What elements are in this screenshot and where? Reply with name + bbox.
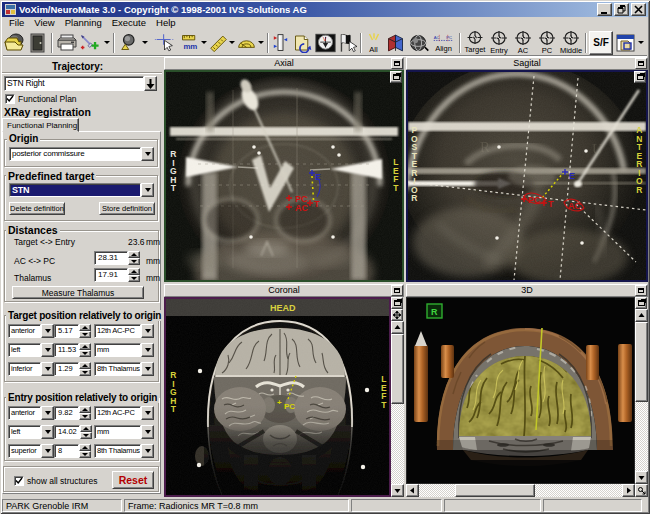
- 3d-scroll-right[interactable]: [622, 484, 635, 497]
- trajectory-combobox[interactable]: STN Right: [4, 76, 157, 91]
- slice-level-button[interactable]: [271, 31, 290, 55]
- axial-restore-button[interactable]: [390, 71, 402, 83]
- spin-up[interactable]: [79, 406, 91, 413]
- entry-row-direction-combobox[interactable]: left: [8, 425, 54, 439]
- target-row-direction-combobox[interactable]: left: [8, 343, 54, 357]
- spin-down[interactable]: [79, 350, 91, 357]
- zoom-dropdown-arrow[interactable]: [142, 41, 148, 44]
- entry-row-unit-combobox[interactable]: 8th Thalamus: [94, 444, 154, 458]
- entry-row-value-spinner[interactable]: 9.82: [54, 406, 91, 420]
- sagittal-maximize-button[interactable]: [635, 58, 647, 69]
- predefined-target-combobox[interactable]: STN: [9, 183, 154, 197]
- entry-row-unit-drop-button[interactable]: [141, 444, 154, 458]
- tab-functional-planning[interactable]: Functional Planning: [2, 118, 79, 132]
- entry-row-drop-button[interactable]: [41, 444, 54, 458]
- target-row-unit-combobox[interactable]: mm: [94, 343, 154, 357]
- entry-row-unit-drop-button[interactable]: [141, 425, 154, 439]
- trajectory-pen-button[interactable]: [79, 31, 111, 55]
- acpc-spinner[interactable]: 28.31: [94, 251, 140, 265]
- target-row-drop-button[interactable]: [41, 324, 54, 338]
- 3d-horizontal-thumb[interactable]: [455, 484, 535, 497]
- entry-row-direction-combobox[interactable]: anterior: [8, 406, 54, 420]
- delete-definition-button[interactable]: Delete definition: [9, 202, 65, 215]
- goto-ac-button[interactable]: AC: [511, 31, 535, 55]
- coronal-scroll-up[interactable]: [391, 321, 404, 334]
- spin-up[interactable]: [79, 324, 91, 331]
- thalamus-spinner[interactable]: 17.91: [94, 268, 140, 282]
- target-row-drop-button[interactable]: [41, 343, 54, 357]
- goto-entry-button[interactable]: Entry: [487, 31, 511, 55]
- minimize-button[interactable]: [597, 3, 612, 16]
- ruler-button[interactable]: [208, 31, 235, 55]
- 3d-restore-button[interactable]: [635, 297, 647, 309]
- origin-drop-button[interactable]: [141, 147, 154, 161]
- 3d-corner-button[interactable]: [635, 484, 648, 497]
- pointer-crosshair-button[interactable]: [151, 31, 178, 55]
- menu-help[interactable]: Help: [151, 17, 181, 29]
- target-row-value-spinner[interactable]: 11.53: [54, 343, 91, 357]
- spin-down[interactable]: [79, 369, 91, 376]
- protractor-button[interactable]: [235, 31, 265, 55]
- spin-down[interactable]: [80, 432, 92, 439]
- coronal-pan-button[interactable]: [391, 309, 403, 321]
- 3d-scroll-down[interactable]: [635, 471, 648, 484]
- goto-pc-button[interactable]: PC: [535, 31, 559, 55]
- goto-middle-button[interactable]: Middle: [559, 31, 583, 55]
- spin-down[interactable]: [79, 413, 91, 420]
- orientation-compass-button[interactable]: V: [314, 31, 337, 55]
- exit-door-button[interactable]: [27, 31, 49, 55]
- spin-up[interactable]: [79, 444, 91, 451]
- copy-page-button[interactable]: [290, 31, 314, 55]
- show-all-structures-checkbox[interactable]: [14, 476, 24, 486]
- menu-execute[interactable]: Execute: [107, 17, 151, 29]
- target-row-unit-drop-button[interactable]: [141, 362, 154, 376]
- axial-image[interactable]: E PC AC T RIGHT LEFT: [164, 70, 404, 282]
- mm-scale-button[interactable]: mm: [178, 31, 208, 55]
- window-copy-button[interactable]: [613, 31, 645, 55]
- sf-button[interactable]: S/F: [589, 31, 613, 55]
- acpc-spin-down[interactable]: [128, 258, 140, 265]
- acpc-spin-up[interactable]: [128, 251, 140, 258]
- spin-up[interactable]: [79, 362, 91, 369]
- entry-row-drop-button[interactable]: [41, 425, 54, 439]
- target-row-unit-drop-button[interactable]: [141, 324, 154, 338]
- sagittal-image[interactable]: RU E: [406, 70, 648, 282]
- target-row-direction-combobox[interactable]: inferior: [8, 362, 54, 376]
- 3d-scroll-up[interactable]: [635, 309, 648, 322]
- measure-thalamus-button[interactable]: Measure Thalamus: [12, 286, 144, 299]
- entry-row-value-spinner[interactable]: 8: [54, 444, 91, 458]
- target-row-unit-combobox[interactable]: 8th Thalamus: [94, 362, 154, 376]
- spin-down[interactable]: [79, 451, 91, 458]
- functional-plan-checkbox[interactable]: [5, 94, 15, 104]
- planes-3d-button[interactable]: [383, 31, 407, 55]
- axial-maximize-button[interactable]: [391, 58, 403, 69]
- window-dropdown-arrow[interactable]: [638, 41, 644, 44]
- flag-pointer-button[interactable]: [337, 31, 358, 55]
- menu-file[interactable]: File: [4, 17, 29, 29]
- entry-row-unit-combobox[interactable]: 12th AC-PC: [94, 406, 154, 420]
- sphere-view-button[interactable]: [407, 31, 430, 55]
- spin-down[interactable]: [79, 331, 91, 338]
- store-definition-button[interactable]: Store definition: [99, 202, 155, 215]
- spin-up[interactable]: [80, 425, 92, 432]
- protractor-dropdown-arrow[interactable]: [258, 41, 264, 44]
- coronal-image[interactable]: HEAD: [164, 297, 391, 497]
- open-button[interactable]: [3, 31, 27, 55]
- target-row-drop-button[interactable]: [41, 362, 54, 376]
- entry-row-unit-drop-button[interactable]: [141, 406, 154, 420]
- target-row-value-spinner[interactable]: 1.29: [54, 362, 91, 376]
- menu-view[interactable]: View: [29, 17, 59, 29]
- reset-button[interactable]: Reset: [112, 471, 154, 489]
- zoom-button[interactable]: [117, 31, 151, 55]
- target-row-unit-combobox[interactable]: 12th AC-PC: [94, 324, 154, 338]
- menu-planning[interactable]: Planning: [60, 17, 107, 29]
- entry-row-unit-combobox[interactable]: mm: [94, 425, 154, 439]
- target-row-unit-drop-button[interactable]: [141, 343, 154, 357]
- thalamus-spin-up[interactable]: [128, 268, 140, 275]
- 3d-image[interactable]: R: [406, 297, 635, 484]
- 3d-scroll-left[interactable]: [406, 484, 419, 497]
- predefined-target-drop-button[interactable]: [141, 183, 154, 197]
- coronal-maximize-button[interactable]: [391, 285, 403, 296]
- 3d-vertical-thumb[interactable]: [635, 322, 648, 402]
- entry-row-value-spinner[interactable]: 14.02: [54, 425, 91, 439]
